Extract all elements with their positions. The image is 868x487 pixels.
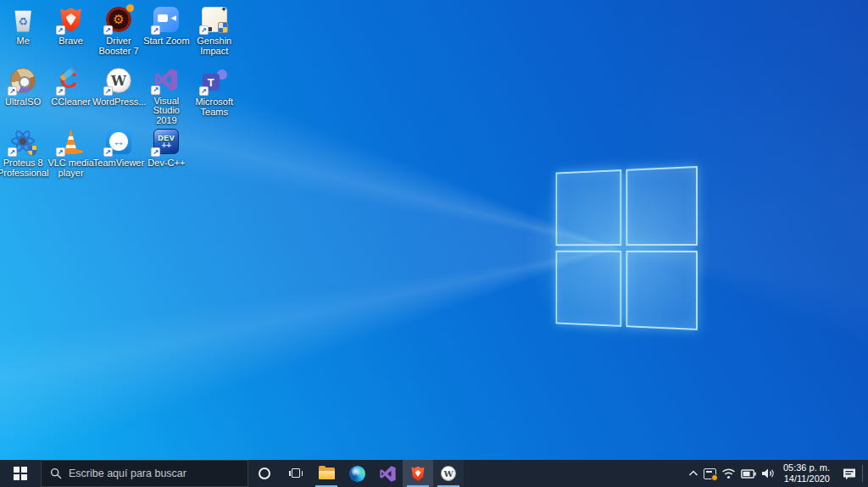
star-glyph: ✦ (220, 5, 227, 14)
clock-date: 14/11/2020 (784, 473, 830, 484)
orange-notification-dot (711, 474, 718, 481)
desktop-icon-label: Genshin Impact (191, 36, 238, 56)
desktop-icon-label: Driver Booster 7 (95, 36, 142, 56)
shield-badge (27, 145, 37, 156)
shortcut-arrow-icon: ↗ (103, 86, 113, 96)
windows-logo-watermark (556, 166, 698, 330)
desktop-icon-wordpress[interactable]: W ↗ WordPress... (95, 64, 142, 125)
shortcut-arrow-icon: ↗ (199, 86, 209, 96)
start-button[interactable] (0, 460, 41, 487)
shortcut-arrow-icon: ↗ (56, 86, 65, 96)
shortcut-arrow-icon: ↗ (103, 25, 113, 35)
clock-time: 05:36 p. m. (783, 462, 830, 473)
desktop-icon-genshin-impact[interactable]: ✦ ↗ Genshin Impact (191, 3, 238, 64)
desktop-icon-dev-cpp[interactable]: DEV++ ↗ Dev-C++ (142, 125, 190, 186)
desktop-icon-start-zoom[interactable]: ↗ Start Zoom (142, 3, 190, 64)
show-desktop-button[interactable] (863, 460, 868, 487)
genshin-emblem (218, 22, 228, 33)
notification-dot (126, 4, 134, 12)
tray-app-notification-button[interactable] (701, 460, 719, 487)
app-window-icon (704, 468, 716, 479)
shortcut-arrow-icon: ↗ (8, 147, 17, 157)
taskbar-wordpress-button[interactable]: W (433, 460, 464, 487)
task-view-icon (289, 468, 303, 479)
desktop-icon-teamviewer[interactable]: ↔ ↗ TeamViewer (95, 125, 142, 186)
cortana-icon (259, 468, 270, 479)
windows-logo-pane (556, 251, 622, 327)
desktop-icon-label: WordPress... (92, 97, 145, 108)
action-center-button[interactable] (837, 460, 862, 487)
cortana-button[interactable] (248, 460, 281, 487)
taskbar-edge-button[interactable] (342, 460, 372, 487)
desktop-icon-label: Me (17, 36, 30, 47)
desktop-wallpaper: ♻ Me ↗ Brave ⚙ ↗ Driver Booster 7 ↗ Star… (0, 0, 868, 460)
desktop-icon-proteus[interactable]: ↗ Proteus 8 Professional (0, 125, 47, 186)
notification-icon (843, 468, 856, 480)
taskbar-file-explorer-button[interactable] (311, 460, 342, 487)
taskbar-visual-studio-button[interactable] (372, 460, 403, 487)
desktop-icon-label: Microsoft Teams (191, 97, 238, 117)
visual-studio-icon (379, 465, 397, 483)
desktop-icon-label: Start Zoom (143, 36, 189, 47)
windows-logo-pane (556, 169, 622, 246)
windows-logo-pane (626, 166, 698, 246)
shortcut-arrow-icon: ↗ (8, 86, 17, 96)
desktop-icon-label: Visual Studio 2019 (142, 97, 190, 126)
search-input[interactable]: Escribe aquí para buscar (41, 460, 248, 487)
desktop-icon-label: CCleaner (51, 97, 90, 108)
shortcut-arrow-icon: ↗ (56, 147, 65, 157)
desktop-icon-ultraiso[interactable]: ↗ UltraISO (0, 64, 47, 125)
desktop-icon-driver-booster[interactable]: ⚙ ↗ Driver Booster 7 (95, 3, 142, 64)
shortcut-arrow-icon: ↗ (56, 25, 65, 35)
battery-button[interactable] (738, 460, 759, 487)
search-icon (50, 468, 62, 479)
desktop-icon-ccleaner[interactable]: C ↗ CCleaner (47, 64, 94, 125)
wordpress-icon: W (441, 466, 456, 481)
shortcut-arrow-icon: ↗ (103, 147, 113, 157)
battery-icon (741, 469, 756, 479)
brave-icon (411, 466, 425, 481)
wifi-button[interactable] (719, 460, 738, 487)
hidden-icons-chevron-button[interactable] (686, 460, 701, 487)
recycle-bin-icon: ♻ (14, 11, 32, 32)
windows-start-icon (14, 467, 27, 480)
chevron-up-icon (688, 470, 698, 477)
taskbar-clock[interactable]: 05:36 p. m. 14/11/2020 (778, 460, 837, 487)
desktop-icon-grid: ♻ Me ↗ Brave ⚙ ↗ Driver Booster 7 ↗ Star… (0, 3, 238, 186)
desktop-icon-label: TeamViewer (93, 158, 144, 169)
shortcut-arrow-icon: ↗ (151, 25, 160, 35)
taskbar-brave-button[interactable] (403, 460, 433, 487)
volume-button[interactable] (759, 460, 778, 487)
shortcut-arrow-icon: ↗ (199, 25, 209, 35)
desktop-icon-brave[interactable]: ↗ Brave (47, 3, 94, 64)
taskbar: Escribe aquí para buscar W (0, 460, 868, 487)
desktop-icon-recycle-bin[interactable]: ♻ Me (0, 3, 47, 64)
speaker-icon (761, 468, 776, 479)
wifi-icon (721, 468, 736, 479)
desktop-icon-vlc[interactable]: ↗ VLC media player (47, 125, 94, 186)
desktop-icon-label: Brave (58, 36, 83, 47)
microsoft-edge-icon (349, 466, 365, 482)
desktop-icon-label: UltraISO (5, 97, 41, 108)
desktop-icon-label: Dev-C++ (147, 158, 185, 169)
desktop-icon-label: VLC media player (47, 158, 94, 178)
shortcut-arrow-icon: ↗ (151, 86, 160, 95)
shortcut-arrow-icon: ↗ (151, 147, 160, 157)
system-tray: 05:36 p. m. 14/11/2020 (686, 460, 868, 487)
file-explorer-icon (319, 468, 335, 479)
windows-logo-pane (626, 251, 698, 330)
desktop-icon-visual-studio[interactable]: ↗ Visual Studio 2019 (142, 64, 190, 125)
search-placeholder: Escribe aquí para buscar (69, 468, 186, 479)
desktop-icon-microsoft-teams[interactable]: T ↗ Microsoft Teams (191, 64, 238, 125)
task-view-button[interactable] (281, 460, 311, 487)
desktop-icon-label: Proteus 8 Professional (0, 158, 48, 178)
